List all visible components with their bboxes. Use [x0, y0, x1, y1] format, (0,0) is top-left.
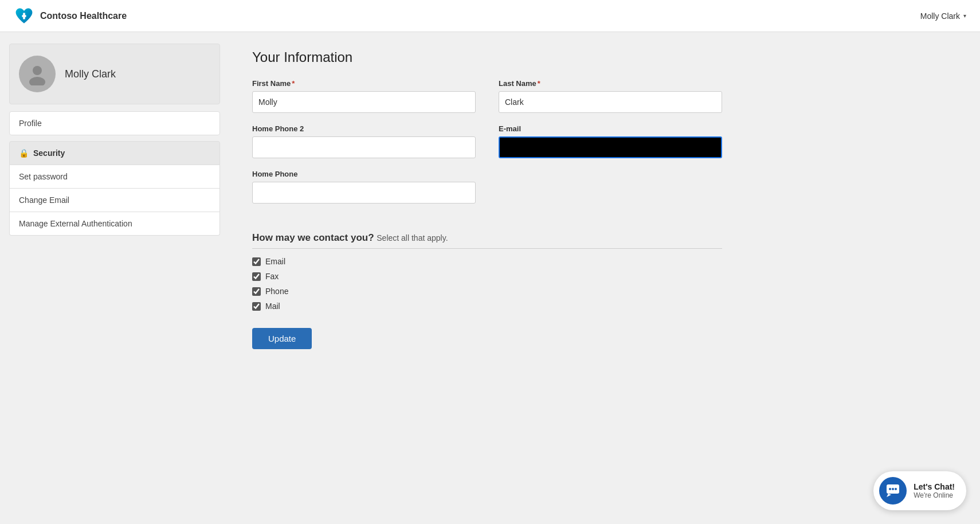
home-phone2-group: Home Phone 2	[252, 124, 476, 158]
chat-text: Let's Chat! We're Online	[914, 482, 955, 499]
profile-label: Profile	[19, 119, 42, 128]
header: Contoso Healthcare Molly Clark ▾	[0, 0, 980, 32]
chat-widget[interactable]: Let's Chat! We're Online	[873, 471, 966, 510]
svg-point-5	[895, 488, 897, 490]
main-content: Your Information First Name* Last Name* …	[229, 32, 980, 524]
chat-subtitle: We're Online	[914, 491, 955, 499]
logo-icon	[14, 6, 34, 26]
main-layout: Molly Clark Profile 🔒 Security Set passw…	[0, 32, 980, 524]
sidebar-item-change-email[interactable]: Change Email	[9, 189, 220, 212]
home-phone2-label: Home Phone 2	[252, 124, 476, 133]
sidebar-security-section: 🔒 Security Set password Change Email Man…	[9, 141, 220, 236]
sidebar-item-manage-external-auth[interactable]: Manage External Authentication	[9, 212, 220, 236]
contact-section: How may we contact you? Select all that …	[252, 221, 722, 311]
svg-point-3	[889, 488, 891, 490]
first-name-label: First Name*	[252, 79, 476, 88]
update-btn-container: Update	[252, 328, 722, 349]
form-grid: First Name* Last Name* Home Phone 2 E-ma…	[252, 79, 722, 204]
contact-section-title: How may we contact you? Select all that …	[252, 232, 722, 249]
update-button[interactable]: Update	[252, 328, 312, 349]
sidebar-item-profile[interactable]: Profile	[9, 111, 220, 135]
sidebar-item-set-password[interactable]: Set password	[9, 165, 220, 189]
sidebar-user-name: Molly Clark	[65, 68, 116, 80]
lock-icon: 🔒	[19, 148, 29, 158]
svg-point-4	[892, 488, 894, 490]
app-title: Contoso Healthcare	[40, 11, 127, 21]
checkbox-phone[interactable]: Phone	[252, 287, 722, 296]
home-phone-group: Home Phone	[252, 170, 476, 204]
sidebar-user-card: Molly Clark	[9, 44, 220, 104]
first-name-input[interactable]	[252, 91, 476, 113]
checkbox-fax-input[interactable]	[252, 272, 261, 281]
logo-container: Contoso Healthcare	[14, 6, 127, 26]
sidebar: Molly Clark Profile 🔒 Security Set passw…	[0, 32, 229, 524]
sidebar-security-header: 🔒 Security	[9, 141, 220, 165]
last-name-input[interactable]	[499, 91, 722, 113]
avatar	[19, 56, 56, 92]
email-input[interactable]	[499, 136, 722, 158]
section-title: Your Information	[252, 49, 957, 65]
person-icon	[26, 62, 49, 85]
chat-title: Let's Chat!	[914, 482, 955, 491]
checkbox-phone-input[interactable]	[252, 287, 261, 296]
checkbox-mail[interactable]: Mail	[252, 302, 722, 311]
chat-icon	[879, 477, 907, 505]
svg-point-1	[29, 77, 45, 85]
chevron-down-icon: ▾	[963, 13, 966, 19]
email-group: E-mail	[499, 124, 722, 158]
svg-marker-6	[887, 494, 891, 497]
checkbox-email-input[interactable]	[252, 257, 261, 266]
home-phone-label: Home Phone	[252, 170, 476, 178]
last-name-label: Last Name*	[499, 79, 722, 88]
chat-bubble-icon	[885, 483, 900, 498]
email-label: E-mail	[499, 124, 722, 133]
checkbox-fax[interactable]: Fax	[252, 272, 722, 281]
home-phone-input[interactable]	[252, 182, 476, 204]
home-phone2-input[interactable]	[252, 136, 476, 158]
last-name-group: Last Name*	[499, 79, 722, 113]
svg-point-0	[33, 66, 42, 75]
first-name-group: First Name*	[252, 79, 476, 113]
checkbox-email[interactable]: Email	[252, 257, 722, 266]
checkbox-list: Email Fax Phone Mail	[252, 257, 722, 311]
header-user-name: Molly Clark	[920, 11, 960, 21]
checkbox-mail-input[interactable]	[252, 302, 261, 311]
user-menu[interactable]: Molly Clark ▾	[920, 11, 966, 21]
security-label: Security	[33, 148, 65, 158]
